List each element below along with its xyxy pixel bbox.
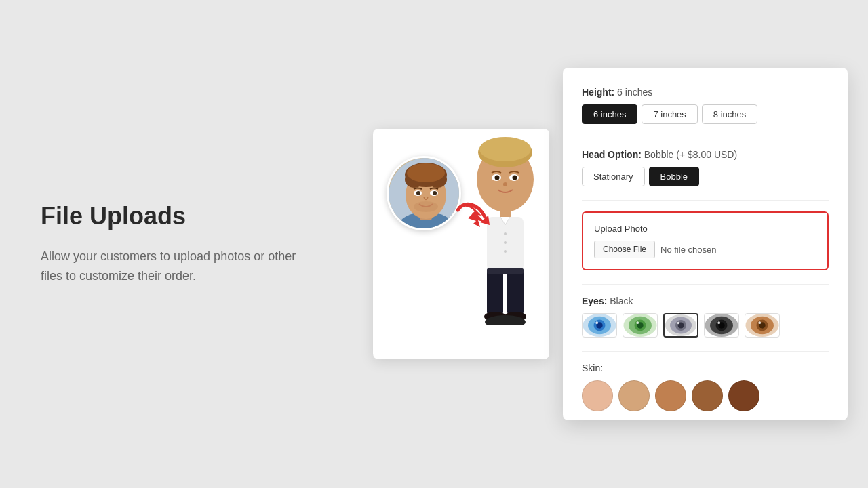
svg-point-20 [513, 176, 517, 180]
upload-box: Upload Photo Choose File No file chosen [582, 211, 829, 270]
height-8in[interactable]: 8 inches [702, 104, 757, 124]
svg-point-57 [758, 321, 761, 324]
skin-4[interactable] [692, 380, 723, 411]
svg-point-16 [479, 137, 531, 161]
svg-point-47 [677, 322, 680, 325]
svg-point-19 [495, 176, 500, 180]
file-input-row: Choose File No file chosen [594, 241, 816, 258]
skin-label: Skin: [582, 363, 829, 373]
page-description: Allow your customers to upload photos or… [41, 247, 298, 286]
svg-rect-28 [507, 268, 524, 314]
svg-point-24 [504, 232, 507, 235]
svg-point-25 [504, 241, 507, 244]
eye-blue[interactable] [582, 313, 617, 338]
eyes-label: Eyes: Black [582, 296, 829, 306]
skin-swatches [582, 380, 829, 411]
upload-label: Upload Photo [594, 224, 816, 234]
head-option-section: Head Option: Bobble (+ $8.00 USD) Statio… [582, 149, 829, 186]
svg-point-52 [717, 321, 720, 324]
svg-point-11 [433, 191, 437, 195]
eye-swatches [582, 313, 829, 338]
head-option-label: Head Option: Bobble (+ $8.00 USD) [582, 149, 829, 160]
customization-panel: Height: 6 inches 6 inches 7 inches 8 inc… [563, 68, 848, 420]
left-section: File Uploads Allow your customers to upl… [0, 161, 359, 327]
upload-section: Upload Photo Choose File No file chosen [582, 211, 829, 270]
skin-3[interactable] [655, 380, 686, 411]
product-card [373, 129, 549, 359]
svg-rect-29 [487, 268, 524, 274]
eye-green[interactable] [623, 313, 658, 338]
eye-dark[interactable] [704, 313, 739, 338]
face-photo [389, 158, 461, 230]
skin-5[interactable] [728, 380, 760, 411]
head-options: Stationary Bobble [582, 167, 829, 186]
svg-point-7 [407, 163, 445, 182]
svg-point-37 [595, 321, 598, 324]
choose-file-button[interactable]: Choose File [594, 241, 655, 258]
no-file-text: No file chosen [660, 245, 716, 255]
page-title: File Uploads [41, 202, 319, 230]
head-bobble[interactable]: Bobble [649, 167, 699, 186]
svg-rect-27 [487, 268, 503, 314]
svg-point-26 [504, 250, 507, 253]
svg-rect-22 [500, 209, 511, 218]
svg-point-42 [636, 321, 639, 324]
svg-point-12 [414, 201, 438, 212]
eyes-section: Eyes: Black [582, 296, 829, 338]
eye-grey[interactable] [663, 313, 698, 338]
product-preview [359, 129, 563, 359]
svg-point-10 [416, 191, 420, 195]
svg-point-21 [503, 182, 507, 186]
height-options: 6 inches 7 inches 8 inches [582, 104, 829, 124]
arrow-icon [454, 197, 495, 233]
height-section: Height: 6 inches 6 inches 7 inches 8 inc… [582, 87, 829, 124]
skin-section: Skin: [582, 363, 829, 411]
height-7in[interactable]: 7 inches [642, 104, 697, 124]
height-label: Height: 6 inches [582, 87, 829, 98]
height-6in[interactable]: 6 inches [582, 104, 637, 124]
skin-1[interactable] [582, 380, 613, 411]
eye-brown[interactable] [745, 313, 780, 338]
skin-2[interactable] [618, 380, 650, 411]
head-stationary[interactable]: Stationary [582, 167, 645, 186]
